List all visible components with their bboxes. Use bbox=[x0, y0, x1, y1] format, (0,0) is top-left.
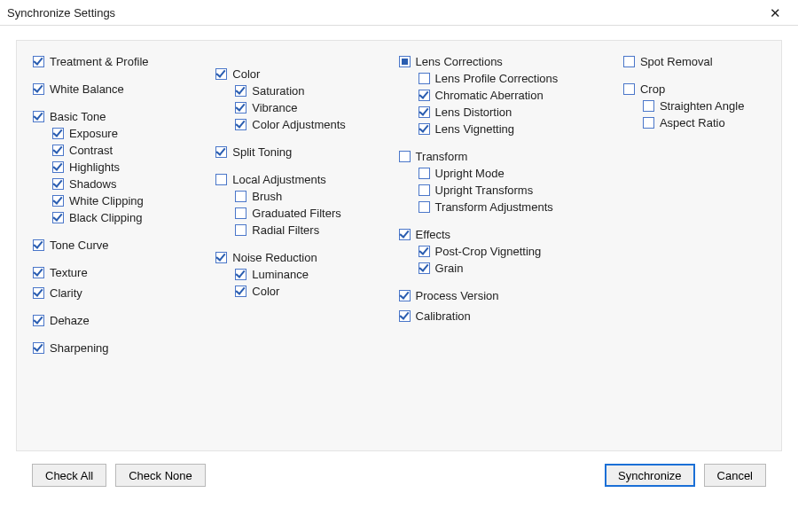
label-tone-curve[interactable]: Tone Curve bbox=[50, 239, 108, 252]
group-tone-curve: Tone Curve bbox=[33, 237, 200, 254]
label-spot-removal[interactable]: Spot Removal bbox=[640, 55, 713, 68]
label-radial-filters[interactable]: Radial Filters bbox=[252, 223, 319, 237]
label-upright-transforms[interactable]: Upright Transforms bbox=[435, 184, 534, 197]
check-none-button[interactable]: Check None bbox=[115, 464, 206, 487]
checkbox-vibrance[interactable] bbox=[235, 102, 246, 113]
label-lens-vignetting[interactable]: Lens Vignetting bbox=[435, 122, 514, 136]
label-shadows[interactable]: Shadows bbox=[69, 177, 116, 191]
check-all-button[interactable]: Check All bbox=[32, 464, 106, 487]
column-4: Spot RemovalCropStraighten AngleAspect R… bbox=[623, 53, 765, 415]
label-calibration[interactable]: Calibration bbox=[416, 309, 471, 323]
group-color: ColorSaturationVibranceColor Adjustments bbox=[215, 66, 382, 133]
checkbox-contrast[interactable] bbox=[52, 145, 64, 156]
label-lens-distortion[interactable]: Lens Distortion bbox=[435, 106, 512, 119]
group-basic-tone: Basic ToneExposureContrastHighlightsShad… bbox=[33, 108, 200, 226]
label-luminance[interactable]: Luminance bbox=[252, 268, 309, 281]
checkbox-white-clipping[interactable] bbox=[52, 195, 64, 207]
checkbox-basic-tone[interactable] bbox=[33, 111, 44, 122]
checkbox-color-adjustments[interactable] bbox=[235, 119, 246, 130]
label-treatment-profile[interactable]: Treatment & Profile bbox=[50, 55, 149, 68]
checkbox-calibration[interactable] bbox=[399, 310, 411, 322]
checkbox-brush[interactable] bbox=[235, 191, 246, 202]
checkbox-radial-filters[interactable] bbox=[235, 224, 246, 236]
label-contrast[interactable]: Contrast bbox=[69, 144, 113, 157]
checkbox-effects[interactable] bbox=[399, 229, 411, 240]
label-noise-reduction[interactable]: Noise Reduction bbox=[232, 251, 317, 264]
label-exposure[interactable]: Exposure bbox=[69, 127, 118, 140]
checkbox-upright-transforms[interactable] bbox=[419, 184, 430, 196]
label-brush[interactable]: Brush bbox=[252, 190, 282, 203]
label-split-toning[interactable]: Split Toning bbox=[232, 145, 292, 159]
group-crop: CropStraighten AngleAspect Ratio bbox=[623, 81, 765, 131]
label-transform-adjustments[interactable]: Transform Adjustments bbox=[435, 200, 553, 214]
checkbox-chromatic-aberration[interactable] bbox=[419, 90, 430, 101]
label-color[interactable]: Color bbox=[252, 285, 279, 298]
checkbox-upright-mode[interactable] bbox=[419, 168, 430, 179]
label-effects[interactable]: Effects bbox=[416, 228, 451, 241]
checkbox-texture[interactable] bbox=[33, 267, 44, 278]
label-lens-corrections[interactable]: Lens Corrections bbox=[416, 55, 503, 68]
checkbox-black-clipping[interactable] bbox=[52, 212, 64, 223]
label-color[interactable]: Color bbox=[232, 67, 260, 81]
checkbox-crop[interactable] bbox=[623, 83, 635, 95]
label-white-clipping[interactable]: White Clipping bbox=[69, 194, 144, 207]
checkbox-treatment-profile[interactable] bbox=[33, 56, 44, 67]
checkbox-color[interactable] bbox=[215, 68, 227, 80]
checkbox-local-adjustments[interactable] bbox=[215, 174, 227, 185]
checkbox-transform-adjustments[interactable] bbox=[419, 201, 430, 213]
checkbox-shadows[interactable] bbox=[52, 178, 64, 190]
checkbox-lens-vignetting[interactable] bbox=[419, 123, 430, 135]
checkbox-clarity[interactable] bbox=[33, 287, 44, 299]
label-transform[interactable]: Transform bbox=[416, 150, 468, 163]
synchronize-button[interactable]: Synchronize bbox=[605, 464, 695, 487]
checkbox-lens-corrections[interactable] bbox=[399, 56, 411, 67]
cancel-button[interactable]: Cancel bbox=[704, 464, 766, 487]
label-clarity[interactable]: Clarity bbox=[50, 286, 82, 300]
checkbox-graduated-filters[interactable] bbox=[235, 207, 246, 219]
label-dehaze[interactable]: Dehaze bbox=[50, 314, 90, 327]
checkbox-split-toning[interactable] bbox=[215, 146, 227, 158]
checkbox-aspect-ratio[interactable] bbox=[643, 117, 654, 129]
label-crop[interactable]: Crop bbox=[640, 82, 665, 96]
label-graduated-filters[interactable]: Graduated Filters bbox=[252, 207, 340, 220]
checkbox-noise-reduction[interactable] bbox=[215, 252, 227, 263]
label-post-crop-vignetting[interactable]: Post-Crop Vignetting bbox=[435, 245, 542, 258]
checkbox-highlights[interactable] bbox=[52, 161, 64, 173]
label-local-adjustments[interactable]: Local Adjustments bbox=[232, 173, 326, 186]
label-texture[interactable]: Texture bbox=[50, 266, 88, 279]
label-straighten-angle[interactable]: Straighten Angle bbox=[660, 99, 744, 113]
label-white-balance[interactable]: White Balance bbox=[50, 82, 124, 96]
checkbox-post-crop-vignetting[interactable] bbox=[419, 246, 430, 257]
label-black-clipping[interactable]: Black Clipping bbox=[69, 211, 142, 224]
group-dehaze: Dehaze bbox=[33, 312, 200, 329]
label-color-adjustments[interactable]: Color Adjustments bbox=[252, 118, 346, 131]
label-process-version[interactable]: Process Version bbox=[416, 289, 499, 302]
label-lens-profile-corrections[interactable]: Lens Profile Corrections bbox=[435, 72, 559, 85]
label-vibrance[interactable]: Vibrance bbox=[252, 101, 297, 114]
close-icon[interactable]: ✕ bbox=[757, 0, 793, 25]
label-grain[interactable]: Grain bbox=[435, 262, 464, 275]
checkbox-lens-distortion[interactable] bbox=[419, 106, 430, 118]
label-aspect-ratio[interactable]: Aspect Ratio bbox=[660, 116, 725, 129]
checkbox-dehaze[interactable] bbox=[33, 315, 44, 326]
checkbox-tone-curve[interactable] bbox=[33, 239, 44, 251]
label-chromatic-aberration[interactable]: Chromatic Aberration bbox=[435, 89, 544, 102]
label-upright-mode[interactable]: Upright Mode bbox=[435, 167, 505, 180]
checkbox-sharpening[interactable] bbox=[33, 342, 44, 354]
checkbox-exposure[interactable] bbox=[52, 128, 64, 139]
checkbox-process-version[interactable] bbox=[399, 290, 411, 301]
checkbox-spot-removal[interactable] bbox=[623, 56, 635, 67]
checkbox-white-balance[interactable] bbox=[33, 83, 44, 95]
checkbox-transform[interactable] bbox=[399, 151, 411, 162]
label-sharpening[interactable]: Sharpening bbox=[50, 341, 109, 355]
label-highlights[interactable]: Highlights bbox=[69, 160, 120, 174]
checkbox-lens-profile-corrections[interactable] bbox=[419, 73, 430, 84]
checkbox-saturation[interactable] bbox=[235, 85, 246, 97]
titlebar: Synchronize Settings ✕ bbox=[0, 0, 798, 26]
checkbox-luminance[interactable] bbox=[235, 269, 246, 280]
checkbox-straighten-angle[interactable] bbox=[643, 100, 654, 112]
label-saturation[interactable]: Saturation bbox=[252, 84, 304, 98]
checkbox-grain[interactable] bbox=[419, 262, 430, 274]
label-basic-tone[interactable]: Basic Tone bbox=[50, 110, 106, 123]
checkbox-color[interactable] bbox=[235, 286, 246, 297]
